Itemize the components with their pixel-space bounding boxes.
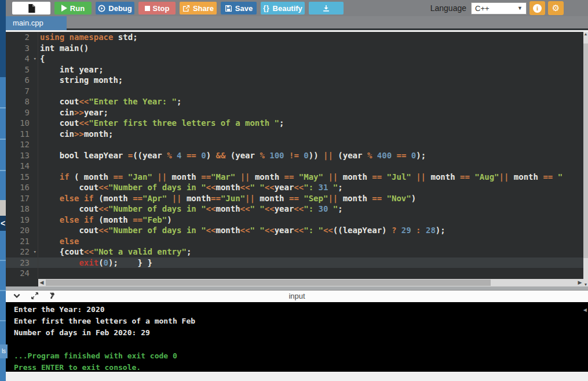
scroll-down-icon[interactable]: ▼ <box>583 282 588 286</box>
tab-bar: main.cpp <box>6 16 588 30</box>
code-line[interactable]: 7 <box>6 86 583 97</box>
download-icon <box>322 5 330 12</box>
code-line[interactable]: 23 exit(0); } } <box>6 257 583 268</box>
tab-main-cpp[interactable]: main.cpp <box>6 16 67 30</box>
save-button[interactable]: Save <box>221 2 257 14</box>
left-strip-segment <box>0 231 6 344</box>
code-line[interactable]: 17 else if (month =="Apr" || month=="Jun… <box>6 193 583 204</box>
beautify-button[interactable]: {} Beautify <box>261 2 305 14</box>
braces-icon: {} <box>263 4 269 12</box>
fold-icon[interactable]: ▾ <box>34 246 36 257</box>
debug-label: Debug <box>108 4 132 13</box>
run-button[interactable]: Run <box>54 2 92 14</box>
hscroll-thumb[interactable] <box>46 280 491 286</box>
line-number[interactable]: 16 <box>6 182 38 193</box>
vscroll-thumb[interactable] <box>583 43 588 258</box>
scroll-left-icon[interactable]: ◀ <box>38 279 45 286</box>
line-number[interactable]: 19 <box>6 215 38 226</box>
bottom-strip <box>6 372 588 381</box>
code-line[interactable]: 18 cout<<"Number of days in "<<month<<" … <box>6 204 583 215</box>
info-button[interactable]: i <box>529 1 545 15</box>
left-strip-segment <box>0 77 6 200</box>
code-line[interactable]: 12 <box>6 139 583 150</box>
debug-button[interactable]: Debug <box>96 2 134 14</box>
code-line[interactable]: 10 cout<<"Enter first three letters of a… <box>6 118 583 129</box>
language-select[interactable]: C++ ▼ <box>471 2 527 14</box>
code-line[interactable]: 6 string month; <box>6 75 583 86</box>
code-text: string month; <box>38 75 123 86</box>
side-panel-tab[interactable]: ls <box>0 344 8 358</box>
code-text: cin>>month; <box>38 129 113 140</box>
console-terminal[interactable]: Enter the Year: 2020Enter first three le… <box>6 302 588 372</box>
stop-label: Stop <box>153 4 170 13</box>
code-line[interactable]: 16 cout<<"Number of days in "<<month<<" … <box>6 182 583 193</box>
code-line[interactable]: 5 int year; <box>6 64 583 75</box>
settings-button[interactable]: ⚙ <box>548 1 564 15</box>
code-editor[interactable]: 2using namespace std;3int main()4▾{5 int… <box>6 32 583 286</box>
line-number[interactable]: 21 <box>6 236 38 247</box>
collapse-console-icon[interactable] <box>13 292 21 300</box>
chevron-down-icon: ▼ <box>517 5 523 11</box>
toolbar: Run Debug Stop Share Save {} Beautify La… <box>6 0 588 16</box>
stdin-toggle-icon[interactable] <box>49 292 56 300</box>
code-line[interactable]: 20 cout<<"Number of days in "<<month<<" … <box>6 225 583 236</box>
line-number[interactable]: 11 <box>6 129 38 140</box>
line-number[interactable]: 3 <box>6 43 38 54</box>
horizontal-scrollbar[interactable]: ◀ ▶ <box>38 279 583 286</box>
line-number[interactable]: 8 <box>6 96 38 107</box>
line-number[interactable]: 9 <box>6 107 38 118</box>
code-line[interactable]: 4▾{ <box>6 53 583 64</box>
scroll-up-icon[interactable]: ▲ <box>583 32 588 36</box>
code-line[interactable]: 22▾ {cout<<"Not a valid entry"; <box>6 246 583 257</box>
code-line[interactable]: 3int main() <box>6 43 583 54</box>
code-line[interactable]: 8 cout<<"Enter the Year: "; <box>6 96 583 107</box>
panel-collapse-handle[interactable]: < <box>0 216 6 231</box>
line-number[interactable]: 6 <box>6 75 38 86</box>
code-line[interactable]: 15 if ( month == "Jan" || month =="Mar" … <box>6 172 583 183</box>
code-line[interactable]: 24 <box>6 268 583 279</box>
line-number[interactable]: 2 <box>6 32 38 43</box>
expand-console-icon[interactable] <box>31 292 39 300</box>
line-number[interactable]: 10 <box>6 118 38 129</box>
file-icon <box>28 4 35 13</box>
download-button[interactable] <box>309 2 344 14</box>
code-text <box>38 139 40 150</box>
gear-icon: ⚙ <box>552 3 560 13</box>
code-line[interactable]: 14 <box>6 161 583 172</box>
code-line[interactable]: 2using namespace std; <box>6 32 583 43</box>
vertical-scrollbar[interactable]: ▲ ▼ <box>583 32 588 286</box>
code-text: cout<<"Number of days in "<<month<<" "<<… <box>38 182 343 193</box>
share-button[interactable]: Share <box>180 2 217 14</box>
code-text: cout<<"Enter the Year: "; <box>38 96 181 107</box>
line-number[interactable]: 4▾ <box>6 53 38 64</box>
console-scroll-arrow-icon[interactable]: ◀ <box>583 307 587 313</box>
debug-icon <box>98 5 105 12</box>
scroll-right-icon[interactable]: ▶ <box>576 279 583 286</box>
line-number[interactable]: 5 <box>6 64 38 75</box>
line-number[interactable]: 23 <box>6 257 38 268</box>
code-line[interactable]: 9 cin>>year; <box>6 107 583 118</box>
code-line[interactable]: 21 else <box>6 236 583 247</box>
line-number[interactable]: 13 <box>6 150 38 161</box>
fold-icon[interactable]: ▾ <box>34 53 36 64</box>
line-number[interactable]: 18 <box>6 204 38 215</box>
line-number[interactable]: 24 <box>6 268 38 279</box>
line-number[interactable]: 14 <box>6 161 38 172</box>
code-text: else if (month =="Apr" || month=="Jun"||… <box>38 193 416 204</box>
share-label: Share <box>193 4 214 13</box>
console-controls <box>13 292 56 300</box>
line-number[interactable]: 22▾ <box>6 246 38 257</box>
code-text <box>38 86 40 97</box>
line-number[interactable]: 7 <box>6 86 38 97</box>
left-strip-segment <box>0 200 6 216</box>
code-line[interactable]: 11 cin>>month; <box>6 129 583 140</box>
new-file-button[interactable] <box>12 2 50 14</box>
stop-button[interactable]: Stop <box>138 2 176 14</box>
line-number[interactable]: 15 <box>6 172 38 183</box>
line-number[interactable]: 12 <box>6 139 38 150</box>
code-line[interactable]: 19 else if (month =="Feb") <box>6 215 583 226</box>
code-line[interactable]: 13 bool leapYear =((year % 4 == 0) && (y… <box>6 150 583 161</box>
line-number[interactable]: 20 <box>6 225 38 236</box>
line-number[interactable]: 17 <box>6 193 38 204</box>
code-text: cout<<"Number of days in "<<month<<" "<<… <box>38 225 445 236</box>
